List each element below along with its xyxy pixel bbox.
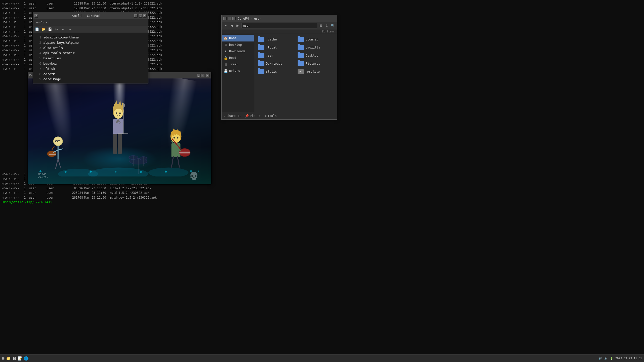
taskbar-icon-4[interactable]: 🌐 <box>24 356 29 361</box>
corefm-search-button[interactable]: 🔍 <box>330 23 335 28</box>
taskbar: ⊞ 📁 🖥 📝 🌐 🔊 🔈 🔋 2023.03.23 11:51 <box>0 354 644 362</box>
file-item-config[interactable]: .config <box>296 36 335 43</box>
cut-button[interactable]: ✂ <box>54 27 59 32</box>
tools-button[interactable]: ⚙ Tools <box>265 114 276 118</box>
sidebar-icon: 🔒 <box>224 56 228 60</box>
file-item-cache[interactable]: .cache <box>256 36 295 43</box>
corefm-app-menu-button[interactable]: ≡ <box>223 23 228 28</box>
svg-point-15 <box>114 109 123 119</box>
folder-icon <box>298 37 304 42</box>
datetime-display: 2023.03.23 11:51 <box>615 357 642 360</box>
taskbar-icon-2[interactable]: 🖥 <box>12 356 16 361</box>
svg-point-49 <box>39 170 42 172</box>
file-item-downloads[interactable]: Downloads <box>256 60 295 67</box>
corepad-tab-bar: world ✕ <box>33 19 148 26</box>
tools-icon: ⚙ <box>265 114 266 118</box>
corefm-minimize-button[interactable]: _ <box>223 17 227 20</box>
corepad-toolbar: 📄 📂 💾 ✂ ↩ ↪ <box>33 26 148 33</box>
corepad-line: 7cfdisk <box>35 66 146 72</box>
sidebar-label: Trash <box>229 63 238 66</box>
corefm-path-bar[interactable]: user <box>241 23 317 28</box>
svg-point-28 <box>173 137 175 139</box>
corepad-window: ≡ world - CorePad _ □ ✕ world ✕ 📄 📂 💾 ✂ … <box>33 12 148 83</box>
file-name: .profile <box>305 70 320 73</box>
mpv-minimize-button[interactable]: _ <box>197 74 200 77</box>
file-item-profile[interactable]: txt.profile <box>296 68 335 75</box>
file-name: Pictures <box>306 62 320 65</box>
taskbar-right: 🔊 🔈 🔋 2023.03.23 11:51 <box>599 357 642 360</box>
sidebar-icon: 🗑 <box>224 63 228 66</box>
corepad-line: 3alsa-utils <box>35 46 146 51</box>
file-name: Desktop <box>306 54 318 57</box>
corefm-path-text: user <box>243 24 250 27</box>
sidebar-icon: 💾 <box>224 69 228 73</box>
tools-label: Tools <box>268 114 277 118</box>
folder-icon <box>258 45 264 50</box>
sidebar-item-downloads[interactable]: ⬇Downloads <box>222 48 254 55</box>
open-file-button[interactable]: 📂 <box>41 27 46 32</box>
file-item-local[interactable]: .local <box>256 44 295 51</box>
corefm-view-button[interactable]: ⊞ <box>318 23 323 28</box>
redo-button[interactable]: ↪ <box>67 27 72 32</box>
corepad-line: 6busybox <box>35 61 146 66</box>
sidebar-label: Home <box>229 36 236 40</box>
file-item-ssh[interactable]: .ssh <box>256 52 295 59</box>
battery-icon: 🔋 <box>610 357 613 360</box>
save-button[interactable]: 💾 <box>48 27 53 32</box>
tab-close-icon[interactable]: ✕ <box>46 21 47 24</box>
maximize-button[interactable]: □ <box>139 14 142 18</box>
corefm-info-button[interactable]: ℹ <box>324 23 329 28</box>
corepad-line: 9coreimage <box>35 77 146 82</box>
svg-point-47 <box>88 168 148 176</box>
corefm-window: _ □ ✕ CoreFM - user ≡ ◀ ▶ user ⊞ ℹ 🔍 11 … <box>221 15 337 120</box>
corefm-forward-button[interactable]: ▶ <box>235 23 240 28</box>
corepad-line: 2alpine-keys@alpine <box>35 40 146 46</box>
new-file-button[interactable]: 📄 <box>34 27 39 32</box>
sidebar-item-desktop[interactable]: 🖥Desktop <box>222 41 254 48</box>
pin-it-button[interactable]: 📌 Pin It <box>245 114 261 118</box>
close-button[interactable]: ✕ <box>143 14 147 18</box>
minimize-button[interactable]: _ <box>134 14 138 18</box>
file-item-mozilla[interactable]: .mozilla <box>296 44 335 51</box>
menu-button[interactable]: ≡ <box>34 14 38 18</box>
file-name: .config <box>306 38 318 41</box>
logo-text: METAL <box>38 172 48 176</box>
corefm-maximize-button[interactable]: □ <box>228 17 231 20</box>
network-icon: 🔊 <box>599 357 602 360</box>
sidebar-icon: 🖥 <box>224 43 228 47</box>
file-item-desktop[interactable]: Desktop <box>296 52 335 59</box>
sidebar-item-root[interactable]: 🔒Root <box>222 55 254 61</box>
sidebar-item-drives[interactable]: 💾Drives <box>222 68 254 74</box>
mpv-video-area[interactable]: METAL FAMILY 💀 <box>28 78 211 184</box>
file-item-static[interactable]: static <box>256 68 295 75</box>
taskbar-start-icon[interactable]: ⊞ <box>2 356 5 361</box>
file-name: .ssh <box>266 54 273 57</box>
sidebar-item-trash[interactable]: 🗑Trash <box>222 61 254 68</box>
undo-button[interactable]: ↩ <box>61 27 66 32</box>
sidebar-label: Root <box>229 56 236 60</box>
svg-point-54 <box>165 171 167 173</box>
corepad-content: 1adwaita-icon-theme2alpine-keys@alpine3a… <box>33 33 148 83</box>
taskbar-icon-3[interactable]: 📝 <box>18 356 22 361</box>
corepad-tab-world[interactable]: world ✕ <box>34 20 49 25</box>
skull-icon: 💀 <box>189 171 198 180</box>
svg-line-10 <box>58 149 63 150</box>
sidebar-icon: 🏠 <box>224 36 228 40</box>
svg-line-8 <box>58 159 61 168</box>
svg-point-29 <box>177 137 178 139</box>
corefm-close-button[interactable]: ✕ <box>232 17 236 20</box>
corefm-title: CoreFM - user <box>238 17 261 20</box>
file-name: Downloads <box>266 62 282 65</box>
taskbar-icon-1[interactable]: 📁 <box>6 356 11 361</box>
mpv-maximize-button[interactable]: □ <box>202 74 205 77</box>
pin-label: Pin It <box>250 114 261 118</box>
file-name: static <box>266 70 277 73</box>
svg-line-39 <box>177 156 179 168</box>
mpv-close-button[interactable]: ✕ <box>206 74 210 77</box>
sidebar-item-home[interactable]: 🏠Home <box>222 35 254 41</box>
share-it-button[interactable]: ↗ Share It <box>224 114 241 118</box>
corefm-back-button[interactable]: ◀ <box>229 23 234 28</box>
corefm-sidebar: 🏠Home🖥Desktop⬇Downloads🔒Root🗑Trash💾Drive… <box>222 34 254 112</box>
file-item-pictures[interactable]: Pictures <box>296 60 335 67</box>
svg-point-16 <box>116 112 117 114</box>
